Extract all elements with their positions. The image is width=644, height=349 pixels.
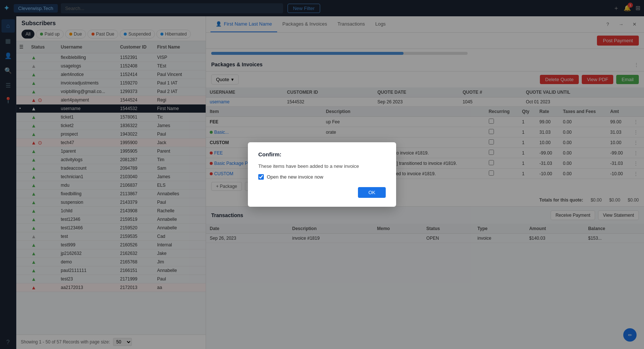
- dialog-actions: OK: [258, 187, 386, 198]
- confirm-dialog: Confirm: These items have been added to …: [248, 142, 396, 207]
- open-invoice-checkbox[interactable]: [258, 174, 264, 180]
- dialog-title: Confirm:: [258, 151, 386, 157]
- ok-button[interactable]: OK: [358, 187, 386, 198]
- dialog-overlay: Confirm: These items have been added to …: [0, 0, 644, 349]
- open-invoice-label: Open the new invoice now: [267, 174, 323, 180]
- dialog-checkbox-row: Open the new invoice now: [258, 174, 386, 180]
- dialog-body: These items have been added to a new inv…: [258, 163, 386, 169]
